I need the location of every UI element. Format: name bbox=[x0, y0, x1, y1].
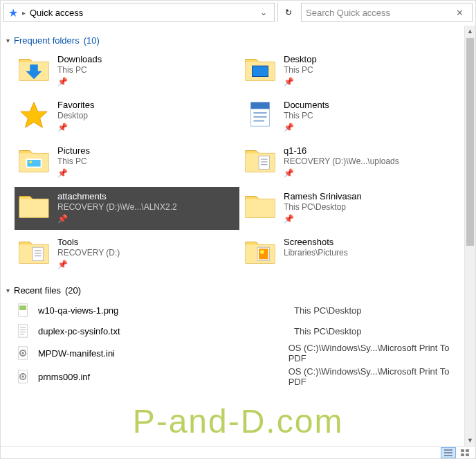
folder-location: This PC bbox=[284, 111, 329, 120]
folder-item[interactable]: attachmentsRECOVERY (D:)\We...\ALNX2.2📌 bbox=[15, 187, 239, 230]
scroll-thumb[interactable] bbox=[466, 38, 474, 246]
vertical-scrollbar[interactable]: ▲ ▼ bbox=[464, 26, 475, 446]
folder-name: Documents bbox=[284, 100, 329, 110]
folder-location: RECOVERY (D:) bbox=[57, 248, 120, 258]
file-name: prnms009.inf bbox=[38, 372, 282, 382]
file-name: w10-qa-views-1.png bbox=[38, 305, 287, 316]
scroll-down-icon[interactable]: ▼ bbox=[465, 435, 475, 446]
status-bar bbox=[1, 446, 475, 458]
folder-icon bbox=[244, 190, 277, 222]
pin-icon: 📌 bbox=[284, 168, 399, 178]
folder-item[interactable]: FavoritesDesktop📌 bbox=[15, 96, 239, 138]
file-location: This PC\Desktop bbox=[294, 326, 362, 336]
folder-location: RECOVERY (D:)\We...\ALNX2.2 bbox=[57, 202, 177, 212]
folder-location: RECOVERY (D:)\We...\uploads bbox=[284, 156, 399, 166]
folder-name: Favorites bbox=[57, 100, 94, 110]
folder-location: This PC bbox=[284, 65, 317, 75]
collapse-icon[interactable]: ▾ bbox=[6, 287, 10, 294]
scroll-up-icon[interactable]: ▲ bbox=[465, 26, 475, 37]
file-name: duplex-pc-sysinfo.txt bbox=[38, 326, 287, 336]
quick-access-icon: ★ bbox=[8, 6, 18, 19]
content-pane: ▾ Frequent folders (10) DownloadsThis PC… bbox=[1, 26, 468, 458]
folder-name: Ramesh Srinivasan bbox=[284, 191, 362, 201]
file-icon bbox=[15, 368, 31, 386]
folder-location: Desktop bbox=[57, 111, 94, 120]
file-row[interactable]: prnms009.infOS (C:)\Windows\Sy...\Micros… bbox=[5, 365, 466, 388]
pin-icon: 📌 bbox=[284, 214, 362, 224]
file-icon bbox=[15, 301, 31, 319]
address-bar[interactable]: ★ ▸ Quick access ⌄ bbox=[3, 3, 275, 22]
pin-icon: 📌 bbox=[284, 77, 317, 87]
folder-name: q1-16 bbox=[284, 145, 399, 156]
folder-doc-icon bbox=[17, 235, 51, 267]
folder-item[interactable]: DocumentsThis PC📌 bbox=[241, 96, 466, 138]
pin-icon: 📌 bbox=[57, 168, 90, 178]
folder-name: Screenshots bbox=[284, 237, 348, 247]
favorites-icon bbox=[17, 98, 51, 130]
desktop-icon bbox=[244, 53, 277, 84]
folder-name: Pictures bbox=[57, 145, 90, 156]
pin-icon: 📌 bbox=[284, 123, 329, 132]
documents-icon bbox=[244, 98, 277, 130]
chevron-right-icon: ▸ bbox=[22, 9, 26, 17]
file-row[interactable]: w10-qa-views-1.pngThis PC\Desktop bbox=[5, 300, 466, 321]
collapse-icon[interactable]: ▾ bbox=[6, 37, 10, 44]
folder-item[interactable]: Ramesh SrinivasanThis PC\Desktop📌 bbox=[241, 187, 466, 230]
search-box[interactable]: ✕ bbox=[301, 3, 473, 22]
section-count: (10) bbox=[84, 35, 100, 46]
file-location: This PC\Desktop bbox=[294, 305, 362, 316]
file-icon bbox=[15, 344, 31, 362]
folder-location: This PC\Desktop bbox=[284, 202, 362, 212]
svg-rect-31 bbox=[461, 453, 464, 456]
folder-name: Downloads bbox=[57, 54, 102, 64]
folder-item[interactable]: PicturesThis PC📌 bbox=[15, 141, 239, 184]
pin-icon: 📌 bbox=[57, 123, 94, 132]
folder-name: Tools bbox=[57, 237, 120, 247]
folder-location: Libraries\Pictures bbox=[284, 248, 348, 258]
folder-item[interactable]: ToolsRECOVERY (D:)📌 bbox=[15, 233, 239, 276]
svg-rect-30 bbox=[466, 449, 469, 452]
section-label: Frequent folders bbox=[14, 35, 80, 46]
folder-doc-icon bbox=[244, 144, 277, 176]
folder-name: attachments bbox=[57, 191, 177, 201]
large-icons-view-button[interactable] bbox=[457, 447, 473, 458]
folder-item[interactable]: q1-16RECOVERY (D:)\We...\uploads📌 bbox=[241, 141, 466, 184]
pin-icon: 📌 bbox=[57, 260, 120, 269]
clear-search-icon[interactable]: ✕ bbox=[451, 8, 468, 18]
folder-item[interactable]: DownloadsThis PC📌 bbox=[15, 50, 239, 93]
recent-files-header[interactable]: ▾ Recent files (20) bbox=[5, 276, 466, 300]
section-count: (20) bbox=[65, 285, 81, 296]
search-input[interactable] bbox=[306, 8, 448, 18]
file-name: MPDW-manifest.ini bbox=[38, 348, 282, 359]
frequent-folders-header[interactable]: ▾ Frequent folders (10) bbox=[5, 30, 466, 50]
folder-icon bbox=[17, 190, 51, 222]
refresh-button[interactable]: ↻ bbox=[277, 3, 298, 22]
file-row[interactable]: duplex-pc-sysinfo.txtThis PC\Desktop bbox=[5, 321, 466, 341]
file-location: OS (C:)\Windows\Sy...\Microsoft Print To… bbox=[289, 366, 466, 387]
file-location: OS (C:)\Windows\Sy...\Microsoft Print To… bbox=[289, 343, 466, 363]
pictures-icon bbox=[17, 144, 51, 176]
pin-icon: 📌 bbox=[57, 214, 177, 224]
file-icon bbox=[15, 322, 31, 340]
downloads-icon bbox=[17, 53, 51, 84]
folder-item[interactable]: DesktopThis PC📌 bbox=[241, 50, 466, 93]
details-view-button[interactable] bbox=[441, 447, 456, 458]
folder-location: This PC bbox=[57, 65, 102, 75]
folder-item[interactable]: ScreenshotsLibraries\Pictures bbox=[241, 233, 466, 276]
folder-pic-icon bbox=[244, 235, 277, 267]
section-label: Recent files bbox=[14, 285, 61, 296]
pin-icon: 📌 bbox=[57, 77, 102, 87]
svg-rect-29 bbox=[461, 449, 464, 452]
folder-location: This PC bbox=[57, 156, 90, 166]
svg-rect-32 bbox=[466, 453, 469, 456]
address-title: Quick access bbox=[30, 8, 250, 18]
folder-name: Desktop bbox=[284, 54, 317, 64]
history-dropdown-icon[interactable]: ⌄ bbox=[255, 3, 273, 21]
file-row[interactable]: MPDW-manifest.iniOS (C:)\Windows\Sy...\M… bbox=[5, 341, 466, 365]
